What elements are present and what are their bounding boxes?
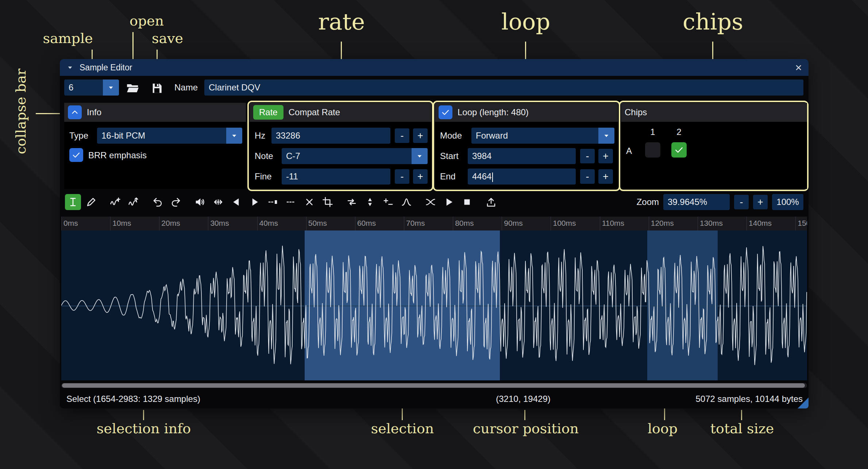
chip-row-label: A xyxy=(626,143,632,159)
chevron-down-icon-wrap xyxy=(226,128,242,144)
close-button[interactable]: × xyxy=(795,62,802,73)
amplify-icon xyxy=(194,197,205,208)
fade-in-button[interactable] xyxy=(228,194,244,210)
loop-end-label: End xyxy=(440,168,456,185)
loop-end-plus-button[interactable]: + xyxy=(598,169,613,184)
ruler-tick-line xyxy=(551,217,551,230)
loop-marker-annotation-label: loop xyxy=(648,421,678,437)
waveform-svg xyxy=(61,230,807,380)
filter-button[interactable] xyxy=(398,194,414,210)
ruler-tick-label: 20ms xyxy=(161,219,180,228)
resize-grip[interactable] xyxy=(798,398,809,408)
collapse-bar-button[interactable] xyxy=(68,105,82,119)
ruler-tick-line xyxy=(208,217,208,230)
sample-editor-window: Sample Editor × 6 Name Clarinet DQV Info… xyxy=(60,59,809,408)
preview-icon xyxy=(443,197,454,208)
timeline-ruler: 0ms10ms20ms30ms40ms50ms60ms70ms80ms90ms1… xyxy=(61,217,807,230)
sign-button[interactable] xyxy=(380,194,396,210)
chevron-down-icon-wrap xyxy=(412,148,428,164)
rate-mode-button[interactable]: Rate xyxy=(253,105,283,120)
resample-button[interactable] xyxy=(126,194,142,210)
ruler-tick-line xyxy=(453,217,453,230)
window-collapse-toggle[interactable] xyxy=(66,64,74,71)
fine-minus-button[interactable]: - xyxy=(395,169,409,184)
toolbar-group xyxy=(192,194,336,210)
page: sample open save rate loop chips collaps… xyxy=(0,0,868,469)
loop-start-plus-button[interactable]: + xyxy=(598,149,613,163)
hz-plus-button[interactable]: + xyxy=(413,128,428,143)
loop-mode-select[interactable]: Forward xyxy=(471,128,614,144)
upload-button[interactable] xyxy=(483,194,499,210)
upload-icon xyxy=(486,197,497,208)
draw-button[interactable] xyxy=(83,194,99,210)
amplify-button[interactable] xyxy=(192,194,208,210)
fade-in-icon xyxy=(231,197,242,208)
status-selection-info: Select (1654-2983: 1329 samples) xyxy=(66,391,200,407)
loop-end-input[interactable]: 4464 xyxy=(468,168,576,185)
select-button[interactable] xyxy=(65,194,81,210)
loop-mode-value: Forward xyxy=(471,128,598,144)
save-button[interactable] xyxy=(148,80,166,97)
delete-button[interactable] xyxy=(301,194,317,210)
chip-2-checkbox[interactable] xyxy=(671,142,687,158)
hz-input[interactable]: 33286 xyxy=(271,128,390,144)
loop-end-minus-button[interactable]: - xyxy=(580,169,595,184)
invert-button[interactable] xyxy=(362,194,378,210)
loop-end-value: 4464 xyxy=(472,171,491,181)
note-select[interactable]: C-7 xyxy=(282,148,428,164)
chevron-down-icon-wrap xyxy=(598,128,614,144)
reverse-button[interactable] xyxy=(344,194,360,210)
ruler-tick-label: 130ms xyxy=(700,219,723,228)
type-select[interactable]: 16-bit PCM xyxy=(97,128,242,144)
apply-silence-button[interactable] xyxy=(283,194,299,210)
ruler-tick-label: 120ms xyxy=(651,219,674,228)
ruler-tick-label: 30ms xyxy=(210,219,229,228)
zoom-minus-button[interactable]: - xyxy=(734,195,749,209)
ruler-tick-label: 60ms xyxy=(357,219,376,228)
ruler-tick-line xyxy=(61,217,62,230)
ruler-tick-line xyxy=(355,217,355,230)
brr-emphasis-checkbox[interactable] xyxy=(69,148,83,162)
toolbar-button-groups xyxy=(65,194,499,210)
insert-silence-button[interactable] xyxy=(265,194,281,210)
loop-annotation-label: loop xyxy=(501,9,550,35)
fade-out-button[interactable] xyxy=(247,194,263,210)
zoom-plus-button[interactable]: + xyxy=(753,195,768,209)
scrollbar-thumb[interactable] xyxy=(62,383,805,388)
select-icon xyxy=(67,197,78,208)
stop-button[interactable] xyxy=(459,194,475,210)
trim-icon xyxy=(322,197,333,208)
preview-button[interactable] xyxy=(441,194,457,210)
loop-start-minus-button[interactable]: - xyxy=(580,149,595,163)
fine-plus-button[interactable]: + xyxy=(413,169,428,184)
ruler-tick-label: 0ms xyxy=(63,219,78,228)
resize-button[interactable] xyxy=(107,194,123,210)
resize-icon xyxy=(110,197,121,208)
chips-panel-title: Chips xyxy=(625,107,647,117)
hz-minus-button[interactable]: - xyxy=(395,128,409,143)
loop-start-input[interactable]: 3984 xyxy=(468,148,576,164)
fine-input[interactable]: -11 xyxy=(282,168,390,185)
waveform-area[interactable] xyxy=(61,230,807,380)
loop-checkbox[interactable] xyxy=(439,105,452,119)
name-input[interactable]: Clarinet DQV xyxy=(204,80,803,96)
redo-button[interactable] xyxy=(168,194,184,210)
info-panel: Info Type 16-bit PCM BRR emphasis xyxy=(64,103,246,189)
chip-1-checkbox[interactable] xyxy=(645,142,660,158)
normalize-button[interactable] xyxy=(210,194,226,210)
sample-number-select[interactable]: 6 xyxy=(64,80,119,96)
crossfade-button[interactable] xyxy=(423,194,439,210)
total-size-annotation-line xyxy=(741,410,742,420)
open-button[interactable] xyxy=(124,80,142,97)
normalize-icon xyxy=(213,197,224,208)
undo-button[interactable] xyxy=(150,194,166,210)
ruler-tick-label: 40ms xyxy=(259,219,278,228)
trim-button[interactable] xyxy=(320,194,336,210)
type-label: Type xyxy=(69,128,88,144)
zoom-reset-button[interactable]: 100% xyxy=(772,194,803,210)
zoom-input[interactable]: 39.9645% xyxy=(663,194,730,210)
crossfade-icon xyxy=(425,197,436,208)
chip-column-1: 1 xyxy=(645,125,660,139)
floppy-icon xyxy=(151,82,163,94)
ruler-tick-line xyxy=(257,217,258,230)
